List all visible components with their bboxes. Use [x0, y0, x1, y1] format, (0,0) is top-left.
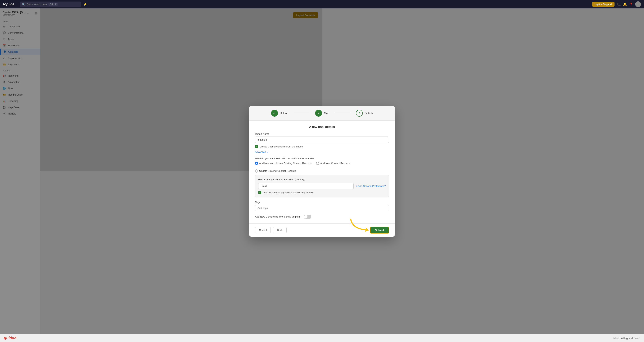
step-divider-1	[294, 113, 309, 113]
search-icon: 🔍	[22, 3, 25, 6]
radio-add-update[interactable]: Add New and Update Existing Contact Reco…	[255, 162, 312, 165]
radio-add-new[interactable]: Add New Contact Records	[316, 162, 322, 165]
search-bar[interactable]: 🔍 Quick search here Ctrl + K	[20, 2, 81, 7]
search-placeholder: Quick search here	[26, 3, 47, 6]
radio-add-update-dot	[255, 162, 258, 165]
advanced-link[interactable]: Advanced ›	[255, 150, 322, 154]
step-map: ✓ Map	[315, 110, 322, 116]
create-list-label: Create a list of contacts from the impor…	[260, 145, 303, 148]
import-name-label: Import Name	[255, 132, 322, 136]
modal-header: ✓ Upload ✓ Map 3 Details	[249, 106, 322, 121]
import-modal: ✓ Upload ✓ Map 3 Details A few final det	[249, 106, 322, 171]
lightning-icon: ⚡	[83, 2, 87, 6]
radio-add-new-label: Add New Contact Records	[320, 162, 322, 165]
csv-question: What do you want to do with contact/s in…	[255, 157, 322, 160]
navbar-logo: topline	[3, 2, 14, 6]
step-upload-circle: ✓	[271, 110, 278, 116]
advanced-label: Advanced	[255, 150, 266, 154]
step-upload: ✓ Upload	[271, 110, 288, 116]
step-upload-label: Upload	[280, 112, 288, 115]
radio-add-update-label: Add New and Update Existing Contact Reco…	[259, 162, 312, 165]
navbar: topline 🔍 Quick search here Ctrl + K ⚡ t…	[0, 0, 322, 8]
create-list-row: ✓ Create a list of contacts from the imp…	[255, 145, 322, 148]
radio-update[interactable]: Update Existing Contact Records	[255, 170, 296, 171]
import-name-input[interactable]	[255, 136, 322, 143]
radio-update-dot	[255, 170, 258, 171]
step-map-circle: ✓	[315, 110, 322, 116]
create-list-checkbox[interactable]: ✓	[255, 145, 258, 148]
radio-update-label: Update Existing Contact Records	[259, 170, 296, 171]
search-shortcut: Ctrl + K	[48, 3, 58, 6]
steps-container: ✓ Upload ✓ Map 3 Details	[255, 110, 322, 116]
modal-overlay: ✓ Upload ✓ Map 3 Details A few final det	[0, 8, 322, 171]
radio-group: Add New and Update Existing Contact Reco…	[255, 162, 322, 171]
chevron-right-icon: ›	[267, 150, 268, 154]
modal-title: A few final details	[255, 125, 322, 129]
modal-body: A few final details Import Name ✓ Create…	[249, 121, 322, 171]
radio-add-new-dot	[316, 162, 319, 165]
